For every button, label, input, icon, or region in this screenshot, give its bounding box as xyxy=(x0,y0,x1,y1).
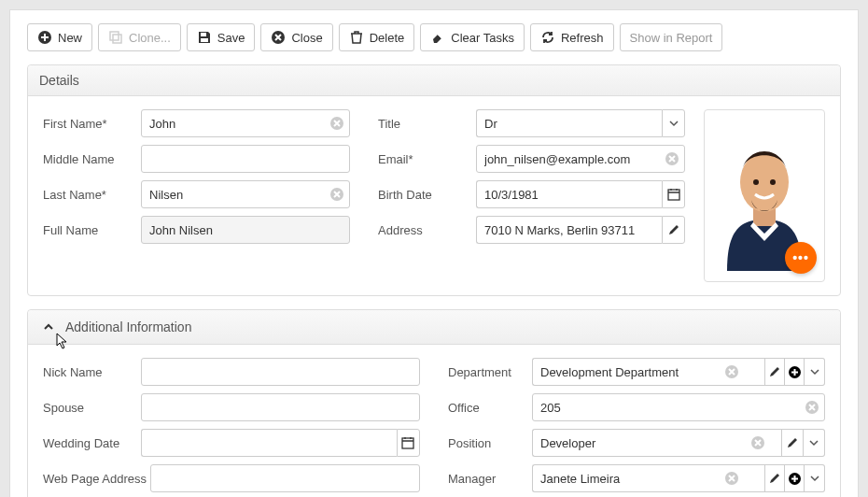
new-button[interactable]: New xyxy=(27,23,92,51)
plus-circle-icon xyxy=(37,30,52,45)
last-name-label: Last Name* xyxy=(43,188,141,202)
calendar-icon xyxy=(401,436,414,449)
address-edit-button[interactable] xyxy=(662,216,685,244)
additional-col-left: Nick Name Spouse Wedding Date xyxy=(43,358,420,497)
photo-options-button[interactable]: ••• xyxy=(785,242,817,274)
svg-point-12 xyxy=(753,179,759,185)
close-button[interactable]: Close xyxy=(260,23,332,51)
nick-name-input[interactable] xyxy=(141,358,420,386)
additional-body: Nick Name Spouse Wedding Date xyxy=(28,345,840,497)
clear-icon[interactable] xyxy=(805,400,819,415)
clear-tasks-button[interactable]: Clear Tasks xyxy=(420,23,525,51)
full-name-input[interactable] xyxy=(141,216,350,244)
position-edit-button[interactable] xyxy=(781,429,804,457)
action-toolbar: New Clone... Save Close Delete Clear Tas… xyxy=(27,23,841,51)
last-name-input[interactable] xyxy=(141,180,350,208)
svg-point-11 xyxy=(740,152,789,212)
wedding-date-picker-button[interactable] xyxy=(397,429,420,457)
chevron-down-icon xyxy=(810,367,819,376)
refresh-icon xyxy=(540,30,555,45)
full-name-label: Full Name xyxy=(43,223,141,237)
page-container: New Clone... Save Close Delete Clear Tas… xyxy=(9,9,859,497)
save-button[interactable]: Save xyxy=(187,23,256,51)
close-label: Close xyxy=(291,31,322,45)
svg-rect-3 xyxy=(201,33,206,36)
pencil-icon xyxy=(786,437,798,449)
show-in-report-button[interactable]: Show in Report xyxy=(620,23,723,51)
photo-box: ••• xyxy=(704,109,825,282)
email-label: Email* xyxy=(378,152,476,166)
svg-rect-9 xyxy=(668,190,679,200)
middle-name-input[interactable] xyxy=(141,145,350,173)
department-label: Department xyxy=(448,365,532,379)
manager-dropdown-button[interactable] xyxy=(805,464,825,492)
first-name-input[interactable] xyxy=(141,109,350,137)
additional-col-right: Department xyxy=(448,358,825,497)
nick-name-label: Nick Name xyxy=(43,365,141,379)
office-input[interactable] xyxy=(532,393,825,421)
chevron-down-icon xyxy=(809,438,819,447)
trash-icon xyxy=(349,30,364,45)
dots-icon: ••• xyxy=(792,250,809,265)
clear-icon[interactable] xyxy=(724,364,739,379)
clear-icon[interactable] xyxy=(724,471,739,486)
manager-label: Manager xyxy=(448,472,532,486)
calendar-icon xyxy=(667,188,680,201)
new-label: New xyxy=(58,31,82,45)
collapse-toggle[interactable] xyxy=(39,318,58,336)
manager-add-button[interactable] xyxy=(785,464,805,492)
department-edit-button[interactable] xyxy=(764,358,785,386)
clone-label: Clone... xyxy=(129,31,171,45)
save-label: Save xyxy=(217,31,245,45)
title-label: Title xyxy=(378,117,476,131)
pencil-icon xyxy=(667,224,679,236)
birth-date-input[interactable] xyxy=(476,180,662,208)
office-label: Office xyxy=(448,401,532,415)
spouse-label: Spouse xyxy=(43,401,141,415)
address-input[interactable] xyxy=(476,216,662,244)
clone-button: Clone... xyxy=(98,23,181,51)
spouse-input[interactable] xyxy=(141,393,420,421)
title-dropdown-button[interactable] xyxy=(662,109,685,137)
position-dropdown-button[interactable] xyxy=(804,429,825,457)
plus-circle-icon xyxy=(788,472,802,486)
manager-edit-button[interactable] xyxy=(764,464,785,492)
additional-header[interactable]: Additional Information xyxy=(28,310,840,345)
clear-icon[interactable] xyxy=(665,151,679,166)
department-add-button[interactable] xyxy=(785,358,805,386)
delete-label: Delete xyxy=(370,31,405,45)
birth-date-picker-button[interactable] xyxy=(662,180,685,208)
refresh-label: Refresh xyxy=(561,31,604,45)
wedding-date-input[interactable] xyxy=(141,429,397,457)
eraser-icon xyxy=(430,30,445,45)
pencil-icon xyxy=(768,473,780,485)
position-input[interactable] xyxy=(532,429,781,457)
email-input[interactable] xyxy=(476,145,685,173)
chevron-down-icon xyxy=(669,119,679,128)
plus-circle-icon xyxy=(788,365,802,379)
web-page-input[interactable] xyxy=(150,464,420,492)
details-col-right: Title Email* xyxy=(378,109,685,282)
details-header: Details xyxy=(28,65,840,96)
address-label: Address xyxy=(378,223,476,237)
svg-point-13 xyxy=(770,179,776,185)
web-page-label: Web Page Address xyxy=(43,472,150,486)
position-label: Position xyxy=(448,436,532,450)
chevron-up-icon xyxy=(42,320,55,334)
first-name-label: First Name* xyxy=(43,117,141,131)
svg-rect-14 xyxy=(402,438,413,448)
additional-columns: Nick Name Spouse Wedding Date xyxy=(43,358,825,497)
close-icon xyxy=(271,30,286,45)
details-body: First Name* Middle Name Last Name* xyxy=(28,96,840,295)
clone-icon xyxy=(108,30,123,45)
delete-button[interactable]: Delete xyxy=(339,23,415,51)
title-input[interactable] xyxy=(476,109,662,137)
clear-icon[interactable] xyxy=(750,435,765,450)
department-dropdown-button[interactable] xyxy=(805,358,825,386)
details-col-left: First Name* Middle Name Last Name* xyxy=(43,109,350,282)
svg-rect-4 xyxy=(201,38,208,42)
details-title: Details xyxy=(39,73,79,88)
clear-icon[interactable] xyxy=(329,116,344,131)
clear-icon[interactable] xyxy=(329,187,344,202)
refresh-button[interactable]: Refresh xyxy=(530,23,614,51)
